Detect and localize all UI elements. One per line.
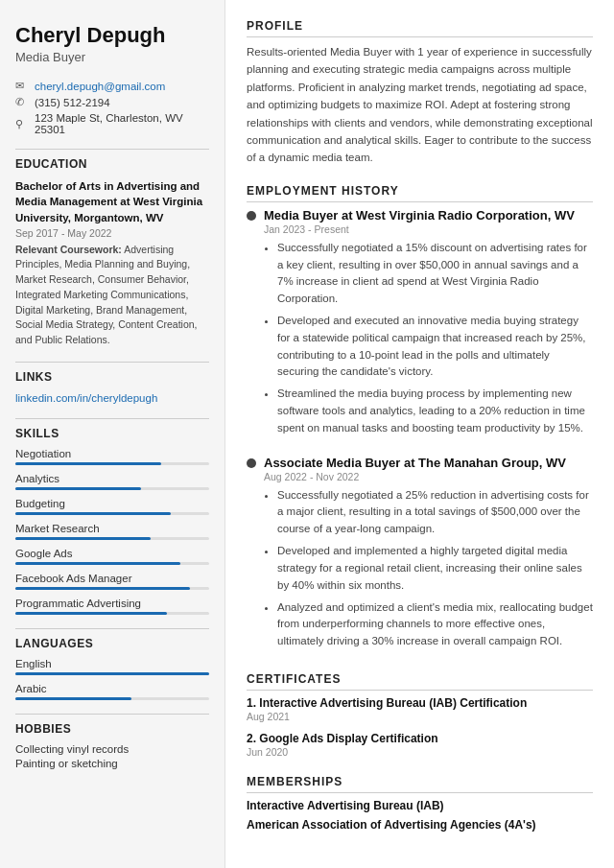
divider-skills xyxy=(15,418,209,419)
hobbies-list: Collecting vinyl recordsPainting or sket… xyxy=(15,743,209,769)
skill-item: Analytics xyxy=(15,473,209,490)
linkedin-link-container: linkedin.com/in/cheryldepugh xyxy=(15,391,209,405)
employment-section: Employment History Media Buyer at West V… xyxy=(247,184,593,655)
phone-icon: ✆ xyxy=(15,96,29,108)
membership-item: Interactive Advertising Bureau (IAB) xyxy=(247,799,593,812)
employment-section-title: Employment History xyxy=(247,184,593,202)
profile-section-title: Profile xyxy=(247,19,593,37)
language-bar-bg xyxy=(15,697,209,700)
edu-dates: Sep 2017 - May 2022 xyxy=(15,227,209,239)
skill-name: Analytics xyxy=(15,473,209,484)
certificates-section: Certificates 1. Interactive Advertising … xyxy=(247,672,593,758)
certs-list: 1. Interactive Advertising Bureau (IAB) … xyxy=(247,696,593,758)
language-name: Arabic xyxy=(15,683,209,694)
job-entry: Media Buyer at West Virginia Radio Corpo… xyxy=(247,208,593,442)
skill-bar-bg xyxy=(15,512,209,515)
skill-bar-bg xyxy=(15,487,209,490)
memberships-section-title: Memberships xyxy=(247,775,593,793)
cert-item: 1. Interactive Advertising Bureau (IAB) … xyxy=(247,696,593,722)
edu-degree: Bachelor of Arts in Advertising and Medi… xyxy=(15,178,209,224)
cert-name: 1. Interactive Advertising Bureau (IAB) … xyxy=(247,696,593,710)
job-dot xyxy=(247,458,256,468)
divider-hobbies xyxy=(15,714,209,715)
bullet-list: Successfully negotiated a 25% reduction … xyxy=(264,487,593,650)
skill-bar-fill xyxy=(15,462,161,465)
language-bar-fill xyxy=(15,697,131,700)
bullet-item: Developed and implemented a highly targe… xyxy=(277,543,593,594)
language-name: English xyxy=(15,658,209,669)
profile-section: Profile Results-oriented Media Buyer wit… xyxy=(247,19,593,167)
location-icon: ⚲ xyxy=(15,118,29,130)
skill-item: Budgeting xyxy=(15,498,209,515)
bullet-item: Streamlined the media buying process by … xyxy=(277,386,593,436)
languages-list: English Arabic xyxy=(15,658,209,700)
right-panel: Profile Results-oriented Media Buyer wit… xyxy=(225,0,614,868)
cert-date: Jun 2020 xyxy=(247,746,593,758)
address-text: 123 Maple St, Charleston, WV 25301 xyxy=(35,112,209,135)
cert-name: 2. Google Ads Display Certification xyxy=(247,732,593,745)
job-content: Associate Media Buyer at The Manahan Gro… xyxy=(264,456,593,655)
skill-bar-bg xyxy=(15,612,209,615)
skills-list: Negotiation Analytics Budgeting Market R… xyxy=(15,448,209,615)
job-entry: Associate Media Buyer at The Manahan Gro… xyxy=(247,456,593,655)
skill-bar-bg xyxy=(15,587,209,590)
divider-links xyxy=(15,362,209,363)
skill-bar-fill xyxy=(15,537,151,540)
divider-languages xyxy=(15,628,209,629)
edu-coursework: Relevant Coursework: Advertising Princip… xyxy=(15,243,209,348)
skill-bar-fill xyxy=(15,487,141,490)
skill-bar-fill xyxy=(15,512,171,515)
language-bar-bg xyxy=(15,672,209,675)
skill-name: Google Ads xyxy=(15,548,209,559)
skill-bar-bg xyxy=(15,462,209,465)
skill-name: Negotiation xyxy=(15,448,209,459)
skill-item: Programmatic Advertising xyxy=(15,598,209,615)
job-dates: Aug 2022 - Nov 2022 xyxy=(264,471,593,482)
hobby-item: Collecting vinyl records xyxy=(15,743,209,755)
email-icon: ✉ xyxy=(15,80,29,92)
skill-item: Google Ads xyxy=(15,548,209,565)
profile-text: Results-oriented Media Buyer with 1 year… xyxy=(247,43,593,167)
jobs-list: Media Buyer at West Virginia Radio Corpo… xyxy=(247,208,593,655)
skill-bar-bg xyxy=(15,562,209,565)
skill-item: Negotiation xyxy=(15,448,209,465)
skill-name: Facebook Ads Manager xyxy=(15,573,209,584)
links-section-title: Links xyxy=(15,370,209,384)
skill-bar-fill xyxy=(15,612,167,615)
job-title-label: Media Buyer xyxy=(15,50,209,64)
job-title-name: Media Buyer at West Virginia Radio Corpo… xyxy=(264,208,593,223)
membership-item: American Association of Advertising Agen… xyxy=(247,818,593,832)
skills-section-title: Skills xyxy=(15,427,209,440)
skill-name: Programmatic Advertising xyxy=(15,598,209,609)
job-dot xyxy=(247,211,256,221)
language-bar-fill xyxy=(15,672,209,675)
linkedin-link[interactable]: linkedin.com/in/cheryldepugh xyxy=(15,392,157,404)
phone-text: (315) 512-2194 xyxy=(35,97,110,108)
skill-name: Budgeting xyxy=(15,498,209,509)
divider-education xyxy=(15,149,209,150)
job-title-name: Associate Media Buyer at The Manahan Gro… xyxy=(264,456,593,470)
skill-item: Facebook Ads Manager xyxy=(15,573,209,590)
coursework-text: Advertising Principles, Media Planning a… xyxy=(15,244,198,346)
bullet-item: Successfully negotiated a 25% reduction … xyxy=(277,487,593,538)
language-item: English xyxy=(15,658,209,675)
left-panel: Cheryl Depugh Media Buyer ✉ cheryl.depug… xyxy=(0,0,225,868)
skill-item: Market Research xyxy=(15,523,209,540)
skill-bar-fill xyxy=(15,587,190,590)
skill-name: Market Research xyxy=(15,523,209,534)
skill-bar-fill xyxy=(15,562,180,565)
skill-bar-bg xyxy=(15,537,209,540)
language-item: Arabic xyxy=(15,683,209,700)
contact-email: ✉ cheryl.depugh@gmail.com xyxy=(15,80,209,92)
contact-phone: ✆ (315) 512-2194 xyxy=(15,96,209,108)
bullet-item: Successfully negotiated a 15% discount o… xyxy=(277,240,593,308)
hobby-item: Painting or sketching xyxy=(15,758,209,769)
memberships-section: Memberships Interactive Advertising Bure… xyxy=(247,775,593,832)
email-link[interactable]: cheryl.depugh@gmail.com xyxy=(35,81,165,92)
bullet-item: Analyzed and optimized a client's media … xyxy=(277,599,593,650)
job-dates: Jan 2023 - Present xyxy=(264,223,593,235)
hobbies-section-title: Hobbies xyxy=(15,722,209,736)
certificates-section-title: Certificates xyxy=(247,672,593,691)
job-content: Media Buyer at West Virginia Radio Corpo… xyxy=(264,208,593,442)
memberships-list: Interactive Advertising Bureau (IAB)Amer… xyxy=(247,799,593,832)
